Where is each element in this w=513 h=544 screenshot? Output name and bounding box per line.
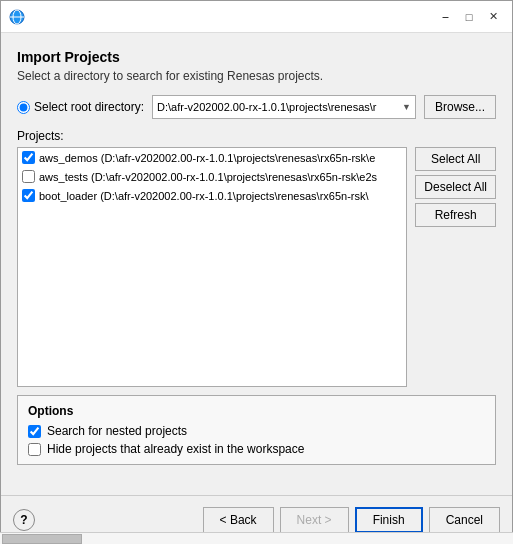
dialog-title: Import Projects bbox=[17, 49, 496, 65]
title-bar-left bbox=[9, 9, 31, 25]
dialog-subtitle: Select a directory to search for existin… bbox=[17, 69, 496, 83]
projects-list: aws_demos (D:\afr-v202002.00-rx-1.0.1\pr… bbox=[17, 147, 407, 387]
import-projects-window: ‒ □ ✕ Import Projects Select a directory… bbox=[0, 0, 513, 544]
projects-area: aws_demos (D:\afr-v202002.00-rx-1.0.1\pr… bbox=[17, 147, 496, 387]
project-checkbox-0[interactable] bbox=[22, 151, 35, 164]
list-item[interactable]: aws_tests (D:\afr-v202002.00-rx-1.0.1\pr… bbox=[18, 167, 406, 186]
projects-buttons: Select All Deselect All Refresh bbox=[415, 147, 496, 387]
cancel-button[interactable]: Cancel bbox=[429, 507, 500, 533]
project-checkbox-2[interactable] bbox=[22, 189, 35, 202]
minimize-button[interactable]: ‒ bbox=[434, 6, 456, 28]
select-root-row: Select root directory: D:\afr-v202002.00… bbox=[17, 95, 496, 119]
footer-left: ? bbox=[13, 509, 35, 531]
options-box: Options Search for nested projects Hide … bbox=[17, 395, 496, 465]
combo-arrow-icon: ▼ bbox=[402, 102, 411, 112]
maximize-button[interactable]: □ bbox=[458, 6, 480, 28]
select-root-radio-label[interactable]: Select root directory: bbox=[17, 100, 144, 114]
project-checkbox-1[interactable] bbox=[22, 170, 35, 183]
search-nested-label: Search for nested projects bbox=[47, 424, 187, 438]
deselect-all-button[interactable]: Deselect All bbox=[415, 175, 496, 199]
select-root-radio[interactable] bbox=[17, 101, 30, 114]
dialog-content: Import Projects Select a directory to se… bbox=[1, 33, 512, 495]
select-all-button[interactable]: Select All bbox=[415, 147, 496, 171]
close-button[interactable]: ✕ bbox=[482, 6, 504, 28]
back-button[interactable]: < Back bbox=[203, 507, 274, 533]
hide-existing-label: Hide projects that already exist in the … bbox=[47, 442, 304, 456]
project-item-2-text: boot_loader (D:\afr-v202002.00-rx-1.0.1\… bbox=[39, 190, 369, 202]
projects-label: Projects: bbox=[17, 129, 496, 143]
next-button[interactable]: Next > bbox=[280, 507, 349, 533]
project-item-1-text: aws_tests (D:\afr-v202002.00-rx-1.0.1\pr… bbox=[39, 171, 377, 183]
title-bar-controls: ‒ □ ✕ bbox=[434, 6, 504, 28]
finish-button[interactable]: Finish bbox=[355, 507, 423, 533]
hide-existing-option[interactable]: Hide projects that already exist in the … bbox=[28, 442, 485, 456]
app-icon bbox=[9, 9, 25, 25]
list-item[interactable]: boot_loader (D:\afr-v202002.00-rx-1.0.1\… bbox=[18, 186, 406, 205]
select-root-label: Select root directory: bbox=[34, 100, 144, 114]
list-item[interactable]: aws_demos (D:\afr-v202002.00-rx-1.0.1\pr… bbox=[18, 148, 406, 167]
help-button[interactable]: ? bbox=[13, 509, 35, 531]
project-item-0-text: aws_demos (D:\afr-v202002.00-rx-1.0.1\pr… bbox=[39, 152, 375, 164]
title-bar: ‒ □ ✕ bbox=[1, 1, 512, 33]
search-nested-option[interactable]: Search for nested projects bbox=[28, 424, 485, 438]
directory-value: D:\afr-v202002.00-rx-1.0.1\projects\rene… bbox=[157, 101, 377, 113]
directory-combo[interactable]: D:\afr-v202002.00-rx-1.0.1\projects\rene… bbox=[152, 95, 416, 119]
options-title: Options bbox=[28, 404, 485, 418]
browse-button[interactable]: Browse... bbox=[424, 95, 496, 119]
search-nested-checkbox[interactable] bbox=[28, 425, 41, 438]
hide-existing-checkbox[interactable] bbox=[28, 443, 41, 456]
refresh-button[interactable]: Refresh bbox=[415, 203, 496, 227]
footer-right: < Back Next > Finish Cancel bbox=[203, 507, 500, 533]
scroll-container bbox=[18, 205, 406, 386]
